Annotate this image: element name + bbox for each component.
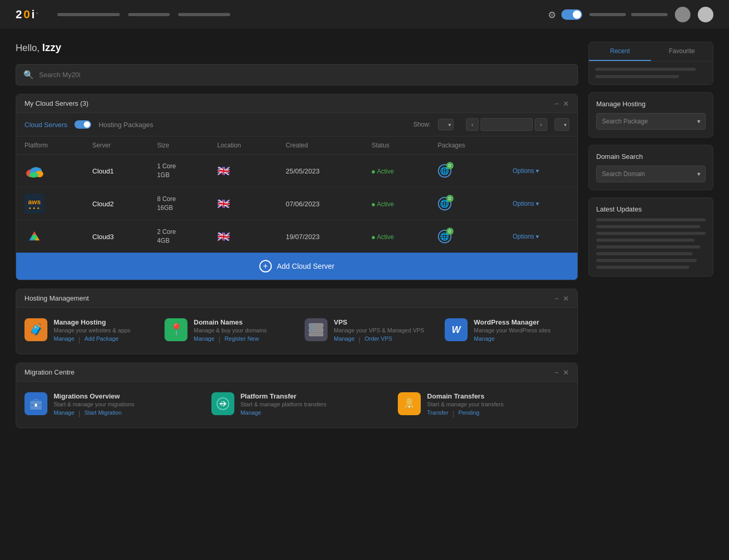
domain-transfers-subtitle: Start & manage your transfers — [427, 401, 504, 407]
manage-hosting-manage-link[interactable]: Manage — [54, 335, 74, 343]
minimize-button[interactable]: − — [555, 100, 559, 107]
nav-bar-1 — [57, 13, 120, 16]
add-cloud-server-button[interactable]: + Add Cloud Server — [16, 253, 577, 280]
status-cell-2: Active — [363, 188, 430, 220]
platform-transfer-text: Platform Transfer Start & manage platfor… — [241, 392, 326, 416]
nav-right-section: ⚙ — [548, 7, 713, 22]
platform-cell-1 — [16, 155, 84, 188]
migrations-start-link[interactable]: Start Migration — [84, 409, 122, 417]
prev-page-button[interactable]: ‹ — [466, 118, 479, 131]
wordpress-manage-link[interactable]: Manage — [474, 335, 495, 342]
server-name-2: Cloud2 — [92, 200, 114, 208]
globe-wrap-3: 🌐 0 — [438, 230, 451, 243]
hosting-close-button[interactable]: ✕ — [563, 295, 569, 302]
search-domain-wrap[interactable]: Search Domain — [596, 166, 706, 182]
show-select[interactable] — [438, 119, 454, 130]
migration-centre-title: Migration Centre — [24, 368, 74, 376]
logo-i: i — [32, 8, 35, 21]
globe-wrap-2: 🌐 0 — [438, 197, 451, 210]
page-per-select[interactable] — [555, 118, 569, 131]
manage-hosting-add-link[interactable]: Add Package — [84, 335, 118, 343]
domain-names-manage-link[interactable]: Manage — [194, 335, 215, 343]
tab-favourite[interactable]: Favourite — [651, 42, 713, 61]
main-layout: Hello, Izzy 🔍 My Cloud Servers (3) − ✕ C… — [0, 29, 729, 441]
platform-transfer-subtitle: Start & manage platform transfers — [241, 401, 326, 407]
hosting-minimize-button[interactable]: − — [555, 295, 559, 302]
hosting-item-domains: 📍 Domain Names Manage & buy your domains… — [165, 318, 289, 343]
toggle-knob-small — [84, 121, 90, 128]
migrations-overview-text: Migrations Overview Start & manage your … — [54, 392, 134, 417]
search-package-wrap[interactable]: Search Package — [596, 113, 706, 130]
options-button-3[interactable]: Options ▾ — [512, 233, 539, 240]
wp-logo-text: W — [452, 325, 461, 335]
panel-controls: − ✕ — [555, 100, 569, 107]
domain-names-text: Domain Names Manage & buy your domains M… — [194, 318, 267, 343]
recent-tabs: Recent Favourite — [589, 42, 713, 61]
search-package-select[interactable]: Search Package — [596, 113, 706, 130]
greeting-prefix: Hello, — [16, 43, 42, 53]
svg-rect-13 — [35, 404, 37, 407]
domain-transfers-links: Transfer | Pending — [427, 409, 504, 417]
domain-names-register-link[interactable]: Register New — [224, 335, 259, 343]
tab-cloud-servers[interactable]: Cloud Servers — [24, 121, 67, 129]
platform-cell-2: aws ▲▲▲ — [16, 188, 84, 220]
app-logo[interactable]: 2 0 i ° — [16, 8, 47, 21]
aws-text: aws — [28, 198, 41, 206]
add-circle-icon: + — [259, 260, 272, 272]
created-cell-3: 19/07/2023 — [278, 220, 363, 253]
platform-transfer-manage-link[interactable]: Manage — [241, 409, 261, 416]
theme-toggle[interactable] — [561, 9, 582, 20]
avatar-primary[interactable] — [675, 7, 690, 22]
globe-wrap-1: 🌐 0 — [438, 164, 451, 178]
next-page-button[interactable]: › — [535, 118, 547, 131]
svg-point-4 — [32, 234, 37, 240]
tab-toggle[interactable] — [74, 120, 91, 129]
theme-toggle-wrap[interactable]: ⚙ — [548, 9, 582, 20]
size-3b: 4GB — [157, 237, 201, 245]
globe-badge-3: 0 — [446, 228, 454, 235]
tab-hosting-packages[interactable]: Hosting Packages — [98, 121, 153, 129]
domain-transfers-transfer-link[interactable]: Transfer — [427, 409, 448, 417]
created-1: 25/05/2023 — [286, 167, 320, 175]
table-row: Cloud1 1 Core 1GB 🇬🇧 25/05/2023 — [16, 155, 577, 188]
logo-text: 2 — [16, 8, 22, 21]
search-input[interactable] — [39, 71, 570, 79]
col-size: Size — [149, 136, 209, 155]
vps-icon — [305, 318, 328, 341]
flag-1: 🇬🇧 — [217, 165, 230, 177]
updates-list — [596, 218, 706, 269]
vps-order-link[interactable]: Order VPS — [364, 335, 392, 343]
platform-transfer-title: Platform Transfer — [241, 392, 326, 400]
platform-icon-aws: aws ▲▲▲ — [24, 194, 44, 214]
migrations-manage-link[interactable]: Manage — [54, 409, 74, 417]
vps-manage-link[interactable]: Manage — [334, 335, 355, 343]
status-2: Active — [372, 201, 394, 208]
size-2b: 16GB — [157, 204, 201, 213]
packages-cell-2: 🌐 0 — [430, 188, 505, 220]
cloud-servers-header: My Cloud Servers (3) − ✕ — [16, 94, 577, 113]
content-area: Hello, Izzy 🔍 My Cloud Servers (3) − ✕ C… — [16, 42, 578, 428]
pipe-5: | — [453, 409, 454, 417]
created-3: 19/07/2023 — [286, 233, 320, 241]
update-bar-7 — [596, 259, 697, 262]
hosting-item-wordpress: W WordPress Manager Manage your WordPres… — [445, 318, 569, 343]
close-button[interactable]: ✕ — [563, 100, 569, 107]
migration-grid: Migrations Overview Start & manage your … — [16, 382, 577, 428]
tab-recent[interactable]: Recent — [589, 42, 651, 61]
show-select-wrap[interactable] — [438, 119, 454, 130]
server-name-3: Cloud3 — [92, 233, 114, 241]
search-bar[interactable]: 🔍 — [16, 64, 578, 85]
table-body: Cloud1 1 Core 1GB 🇬🇧 25/05/2023 — [16, 155, 577, 253]
hosting-management-header: Hosting Management − ✕ — [16, 289, 577, 308]
search-domain-select[interactable]: Search Domain — [596, 166, 706, 182]
page-per-select-wrap[interactable] — [555, 118, 569, 131]
manage-hosting-title: Manage Hosting — [54, 318, 130, 326]
table-row: aws ▲▲▲ Cloud2 8 Core 16GB — [16, 188, 577, 220]
migration-close-button[interactable]: ✕ — [563, 369, 569, 376]
domain-transfers-pending-link[interactable]: Pending — [458, 409, 479, 417]
avatar-secondary[interactable] — [698, 7, 713, 22]
options-button-2[interactable]: Options ▾ — [512, 200, 539, 207]
migration-minimize-button[interactable]: − — [555, 369, 559, 376]
update-bar-8 — [596, 266, 689, 269]
options-button-1[interactable]: Options ▾ — [512, 167, 539, 175]
